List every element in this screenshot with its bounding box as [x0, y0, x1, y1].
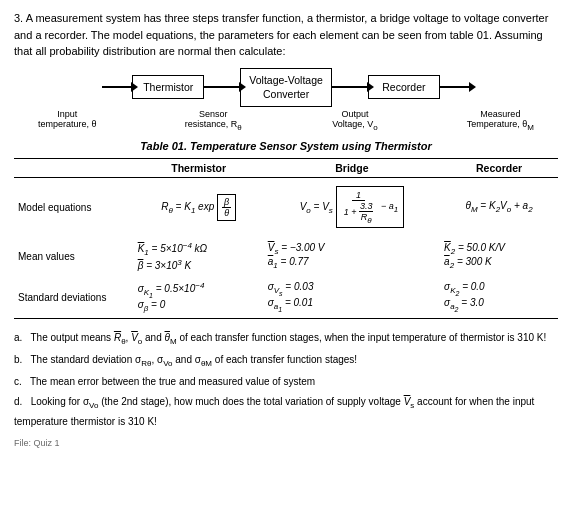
label-output: Output Voltage, Vo [330, 109, 380, 132]
col-header-empty [14, 158, 134, 177]
mean-k1: K1 = 5×10−4 kΩ [138, 241, 260, 257]
table-title: Table 01. Temperature Sensor System usin… [14, 140, 558, 152]
label-sensor: Sensor resistance, Rθ [183, 109, 243, 132]
answer-c: c. The mean error between the true and m… [14, 373, 558, 391]
col-header-thermistor: Thermistor [134, 158, 264, 177]
label-sensor-bottom: resistance, Rθ [183, 119, 243, 132]
table-row-mean: Mean values K1 = 5×10−4 kΩ β = 3×103 K V… [14, 236, 558, 276]
label-input: Input temperature, θ [38, 109, 97, 132]
table-row-model: Model equations Rθ = K1 exp β θ Vo = Vs … [14, 177, 558, 236]
std-a1: σa1 = 0.01 [268, 297, 436, 313]
answer-b: b. The standard deviation σRθ, σVo and σ… [14, 351, 558, 371]
std-k2: σK2 = 0.0 [444, 281, 554, 297]
recorder-box: Recorder [368, 75, 440, 99]
main-table: Thermistor Bridge Recorder Model equatio… [14, 158, 558, 319]
converter-box: Voltage-Voltage Converter [240, 68, 332, 107]
mean-a1: a1 = 0.77 [268, 256, 436, 270]
diagram-labels: Input temperature, θ Sensor resistance, … [38, 109, 558, 132]
std-a2: σa2 = 3.0 [444, 297, 554, 313]
mean-k2: K2 = 50.0 K/V [444, 242, 554, 256]
cell-recorder-model: θM = K2Vo + a2 [440, 177, 558, 236]
label-input-bottom: temperature, θ [38, 119, 97, 129]
arrow-2 [332, 86, 368, 88]
table-row-std: Standard deviations σK1 = 0.5×10−4 σβ = … [14, 276, 558, 318]
row-label-model: Model equations [14, 177, 134, 236]
answer-d: d. Looking for σVo (the 2nd stage), how … [14, 393, 558, 431]
label-output-bottom: Voltage, Vo [330, 119, 380, 132]
input-arrow [102, 86, 132, 88]
label-measured: Measured Temperature, θM [467, 109, 534, 132]
answers-section: a. The output means Rθ, Vo and θM of eac… [14, 329, 558, 430]
answer-a: a. The output means Rθ, Vo and θM of eac… [14, 329, 558, 349]
file-label: File: Quiz 1 [14, 438, 558, 448]
mean-beta: β = 3×103 K [138, 258, 260, 271]
question-text: A measurement system has three steps tra… [14, 12, 548, 57]
std-k1: σK1 = 0.5×10−4 [138, 281, 260, 299]
cell-bridge-model: Vo = Vs 1 1 + 3.3Rθ − a1 [264, 177, 440, 236]
cell-thermistor-std: σK1 = 0.5×10−4 σβ = 0 [134, 276, 264, 318]
mean-a2: a2 = 300 K [444, 256, 554, 270]
label-input-top: Input [38, 109, 97, 119]
mean-vs: Vs = −3.00 V [268, 242, 436, 256]
std-beta: σβ = 0 [138, 299, 260, 313]
question-block: 3. A measurement system has three steps … [14, 10, 558, 60]
row-label-mean: Mean values [14, 236, 134, 276]
thermistor-box: Thermistor [132, 75, 204, 99]
block-diagram: Thermistor Voltage-Voltage Converter Rec… [14, 68, 558, 107]
col-header-bridge: Bridge [264, 158, 440, 177]
output-arrow [440, 86, 470, 88]
question-number: 3. [14, 12, 23, 24]
cell-recorder-mean: K2 = 50.0 K/V a2 = 300 K [440, 236, 558, 276]
cell-bridge-mean: Vs = −3.00 V a1 = 0.77 [264, 236, 440, 276]
thermistor-label: Thermistor [143, 81, 193, 93]
row-label-std: Standard deviations [14, 276, 134, 318]
cell-bridge-std: σVs = 0.03 σa1 = 0.01 [264, 276, 440, 318]
label-sensor-top: Sensor [183, 109, 243, 119]
cell-thermistor-model: Rθ = K1 exp β θ [134, 177, 264, 236]
converter-label-line2: Converter [249, 87, 323, 102]
arrow-1 [204, 86, 240, 88]
std-vs: σVs = 0.03 [268, 281, 436, 297]
label-measured-top: Measured [467, 109, 534, 119]
label-measured-bottom: Temperature, θM [467, 119, 534, 132]
converter-label-line1: Voltage-Voltage [249, 73, 323, 88]
label-output-top: Output [330, 109, 380, 119]
cell-thermistor-mean: K1 = 5×10−4 kΩ β = 3×103 K [134, 236, 264, 276]
col-header-recorder: Recorder [440, 158, 558, 177]
then-word: then [215, 45, 236, 57]
cell-recorder-std: σK2 = 0.0 σa2 = 3.0 [440, 276, 558, 318]
recorder-label: Recorder [382, 81, 425, 93]
